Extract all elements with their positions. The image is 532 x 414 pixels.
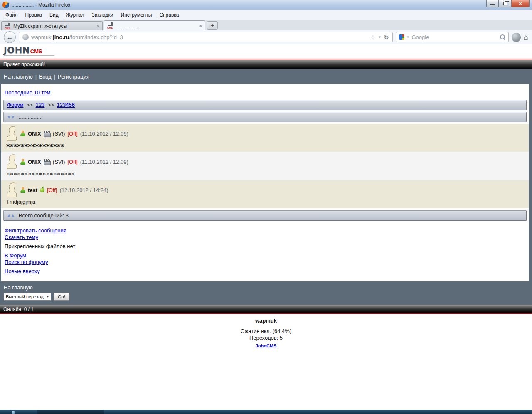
offline-flag: [Off]: [67, 131, 77, 137]
post-author-link[interactable]: ONIX: [28, 131, 41, 137]
home-button[interactable]: ⌂: [524, 33, 528, 41]
new-tab-button[interactable]: +: [207, 21, 218, 30]
forum-search-link[interactable]: Поиск по форуму: [5, 259, 525, 266]
page-viewport: JOHNCMS Привет прохожий! На главную | Вх…: [0, 44, 532, 410]
back-button[interactable]: ←: [4, 31, 16, 43]
footer-site-name: wapmuk: [0, 318, 532, 324]
breadcrumb: Форум >> 123 >> 123456: [3, 100, 527, 110]
post-row: ONIX (SV!) [Off] (11.10.2012 / 12:09) жж…: [1, 152, 529, 180]
total-messages-bar: ▲▲ Всего сообщений: 3: [3, 210, 527, 221]
window-title: ................ - Mozilla Firefox: [12, 2, 70, 8]
user-status-icon: [20, 159, 25, 165]
filter-messages-link[interactable]: Фильтровать сообщения: [5, 227, 525, 234]
topic-actions: Фильтровать сообщения Скачать тему Прикр…: [1, 222, 529, 281]
offline-flag: [Off]: [67, 159, 77, 165]
google-favicon: [399, 34, 404, 40]
minimize-button[interactable]: [486, 0, 499, 7]
total-messages-label: Всего сообщений: 3: [19, 212, 69, 219]
offline-flag: [Off]: [47, 187, 57, 193]
tab-label: MyZik скрипт x-статусы: [13, 23, 95, 29]
bottom-home-link[interactable]: На главную: [4, 284, 33, 291]
nav-register-link[interactable]: Регистрация: [58, 74, 89, 80]
window-controls: ×: [486, 0, 530, 7]
breadcrumb-forum-link[interactable]: Форум: [7, 102, 24, 108]
online-counter: Онлайн: 0 / 1: [3, 306, 34, 312]
tab-myzik[interactable]: CMS MyZik скрипт x-статусы ×: [1, 21, 103, 30]
nav-home-link[interactable]: На главную: [4, 74, 33, 80]
post-author-link[interactable]: test: [28, 187, 37, 193]
xstatus-clapper-icon: [44, 159, 50, 165]
johncms-footer-link[interactable]: JohnCMS: [256, 343, 277, 348]
up-arrows-icon[interactable]: ▲▲: [7, 213, 15, 218]
download-topic-link[interactable]: Скачать тему: [5, 234, 525, 241]
search-input[interactable]: ▼ Google: [396, 32, 509, 42]
post-message: жжжжжжжжжжжжжжжж: [6, 142, 525, 148]
user-status-icon: [20, 187, 25, 193]
post-author-link[interactable]: ONIX: [28, 159, 41, 165]
urlbar-actions: ☆ ▼ ↻: [370, 34, 389, 41]
restore-button[interactable]: [499, 0, 511, 7]
menu-bookmarks[interactable]: Закладки: [88, 11, 117, 19]
nav-login-link[interactable]: Вход: [39, 74, 51, 80]
forum-content: Последние 10 тем Форум >> 123 >> 123456 …: [1, 84, 529, 281]
start-orb-icon[interactable]: [12, 411, 15, 414]
johncms-logo-cms: CMS: [30, 48, 42, 54]
johncms-logo: JOHN: [4, 45, 30, 55]
to-forum-link[interactable]: В Форум: [5, 252, 525, 259]
quick-jump-select[interactable]: Быстрый переход ▼: [4, 293, 51, 301]
tab-close-icon[interactable]: ×: [97, 24, 99, 29]
firefox-icon: [2, 2, 9, 8]
taskbar-app-button[interactable]: [37, 410, 104, 414]
xstatus-text: (SV!): [53, 131, 65, 137]
window-titlebar: ................ - Mozilla Firefox ×: [0, 0, 532, 10]
logo-stripes-decoration: [4, 55, 54, 58]
breadcrumb-separator: >>: [47, 102, 54, 108]
search-placeholder: Google: [411, 34, 429, 40]
johncms-favicon: CMS: [5, 23, 11, 29]
menu-help[interactable]: Справка: [155, 11, 182, 19]
xstatus-clapper-icon: [44, 131, 50, 136]
go-button[interactable]: Go!: [54, 293, 69, 301]
no-attachments-text: Прикрепленных файлов нет: [5, 243, 525, 250]
online-counter-bar: Онлайн: 0 / 1: [0, 305, 532, 314]
post-date: (12.10.2012 / 14:24): [59, 187, 108, 193]
tab-close-icon[interactable]: ×: [200, 23, 202, 28]
windows-taskbar[interactable]: [0, 410, 532, 414]
history-dropdown-icon[interactable]: ▼: [378, 35, 382, 39]
search-icon[interactable]: [500, 34, 505, 40]
post-date: (11.10.2012 / 12:09): [80, 131, 128, 137]
post-row: test [Off] (12.10.2012 / 14:24) Tmdjajgj…: [1, 180, 529, 209]
tab-current-topic[interactable]: CMS ................ ×: [104, 20, 205, 30]
menu-file[interactable]: Файл: [2, 11, 22, 19]
menu-edit[interactable]: Правка: [22, 11, 46, 19]
last-topics-link[interactable]: Последние 10 тем: [5, 89, 51, 96]
menu-view[interactable]: Вид: [46, 11, 62, 19]
tab-label: ................: [116, 23, 197, 29]
search-engine-dropdown-icon[interactable]: ▼: [406, 35, 410, 39]
topic-header-bar: ▼▼ ................: [3, 112, 527, 122]
greeting-text: Привет прохожий!: [3, 62, 45, 67]
new-on-top-link[interactable]: Новые вверху: [5, 268, 525, 275]
user-status-icon: [20, 131, 25, 136]
menu-tools[interactable]: Инструменты: [117, 11, 156, 19]
down-arrows-icon[interactable]: ▼▼: [7, 115, 15, 119]
close-button[interactable]: ×: [511, 0, 530, 7]
topic-title: ................: [19, 114, 43, 120]
post-message: Tmdjajgjmja: [6, 199, 525, 205]
breadcrumb-topic-link[interactable]: 123456: [57, 102, 75, 108]
bookmark-star-icon[interactable]: ☆: [370, 34, 375, 41]
breadcrumb-category-link[interactable]: 123: [36, 102, 45, 108]
site-logo-strip: JOHNCMS: [0, 44, 532, 59]
url-bar[interactable]: wapmuk.jino.ru/forum/index.php?id=3 ☆ ▼ …: [19, 32, 393, 42]
nav-separator: |: [35, 74, 37, 80]
site-bottom-nav: На главную Быстрый переход ▼ Go!: [0, 281, 532, 305]
network-globe-icon[interactable]: [512, 33, 521, 42]
site-identity-globe-icon[interactable]: [22, 34, 29, 40]
greeting-bar: Привет прохожий!: [0, 59, 532, 69]
menu-bar: Файл Правка Вид Журнал Закладки Инструме…: [0, 10, 532, 20]
site-top-nav: На главную | Вход | Регистрация: [0, 69, 532, 84]
restore-icon: [503, 2, 507, 5]
reload-icon[interactable]: ↻: [384, 34, 389, 41]
footer-compression: Сжатие вкл. (64.4%): [0, 328, 532, 334]
menu-history[interactable]: Журнал: [62, 11, 88, 19]
